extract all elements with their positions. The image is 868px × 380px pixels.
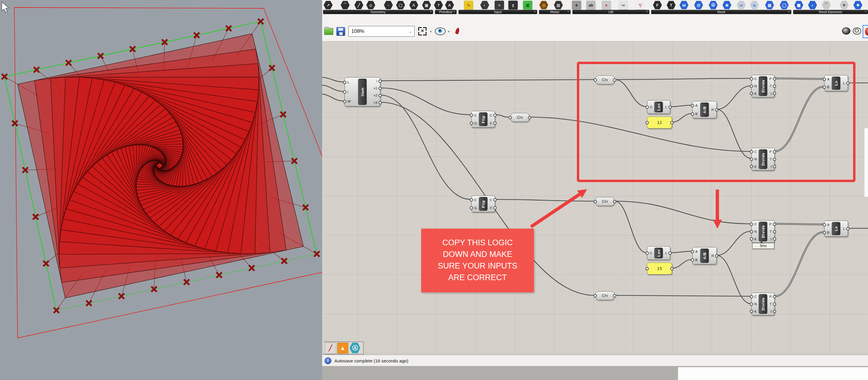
background-window-patch [678,367,868,380]
division-point-marker [282,259,286,263]
graph-mapper-icon[interactable]: ∿ [464,1,473,9]
preview-toggle-button[interactable] [434,25,446,37]
open-file-button[interactable] [323,25,335,37]
preview-custom-button[interactable] [863,25,868,38]
status-message: Autosave complete (16 seconds ago) [334,358,408,363]
canvas-corner-toolbar: ╱▲Ⓐ [323,342,364,354]
chevron-down-icon[interactable]: ▼ [430,10,432,14]
info-icon: ! [324,357,331,364]
record-icon[interactable]: ● [601,1,611,9]
tab-label[interactable]: Util [572,10,649,14]
tab-label[interactable]: Rhino [539,10,570,14]
background-window-edge [864,128,868,197]
shaded-sphere-icon [842,27,850,35]
grasshopper-window: Geometry▼↗⌒╱◇○▢A▣Primitive▼7AInput▼∿◐≡▮▦… [322,0,868,380]
zoom-value: 108% [349,28,407,34]
screen: Geometry▼↗⌒╱◇○▢A▣Primitive▼7AInput▼∿◐≡▮▦… [0,0,868,380]
canvas-toolbar: 108% ⌄ ✕ ▾ ▾ ✐ [322,14,868,41]
annotation-layer [322,41,868,355]
chevron-down-icon[interactable]: ▼ [646,10,648,14]
tree-icon[interactable]: ♣ [572,1,581,9]
tab-label[interactable]: Revit Elements [793,10,868,14]
sketch-button[interactable]: ✐ [452,25,464,37]
tab-label[interactable]: Revit [651,10,791,14]
red-pen-icon: ✐ [453,26,463,37]
division-point-marker [217,273,221,277]
highlight-box [578,63,854,181]
red-material-icon [865,28,868,35]
zoom-extents-caret-icon[interactable]: ▾ [430,30,432,33]
tab-label[interactable]: Geometry [323,10,433,14]
flask-icon[interactable]: ▽ [636,1,645,9]
script-abc-icon[interactable]: ab [586,1,596,9]
gradient-icon[interactable]: ▦ [523,1,532,9]
zoom-dropdown[interactable]: 108% ⌄ [348,26,414,37]
chevron-down-icon[interactable]: ▼ [864,10,867,14]
value-list-icon[interactable]: ≡ [495,1,504,9]
author-hex-icon[interactable]: Ⓐ [349,342,361,354]
sketch-tool-icon[interactable]: ╱ [325,342,336,354]
division-point-marker [119,294,123,298]
annotation-note: COPY THIS LOGICDOWN AND MAKESURE YOUR IN… [421,229,534,292]
tab-label[interactable]: Input [459,10,537,14]
preview-wireframe-button[interactable] [852,27,862,35]
eye-icon [435,27,446,35]
chevron-down-icon[interactable]: ▼ [453,10,456,14]
grasshopper-canvas[interactable]: ItemLiWi+1+2+3FlipCGCFCrvCrvLenCL12A/BAB… [322,41,868,355]
twisted-rectangles [18,34,303,298]
note-line: ARE CORRECT [421,272,534,283]
note-line: SURE YOUR INPUTS [421,260,534,272]
chevron-down-icon[interactable]: ▼ [534,10,536,14]
save-floppy-icon [337,27,345,36]
chevron-down-icon[interactable]: ▼ [788,10,790,14]
rhino-viewport[interactable] [0,0,322,380]
viewport-drawing [0,0,322,380]
mouse-cursor [2,2,9,12]
save-file-button[interactable] [335,25,347,37]
annotation-arrow [531,194,580,227]
chevron-down-icon: ⌄ [407,29,414,34]
component-tab-toolbar: Geometry▼↗⌒╱◇○▢A▣Primitive▼7AInput▼∿◐≡▮▦… [322,0,868,14]
note-line: DOWN AND MAKE [421,248,534,260]
wireframe-cylinder-icon [853,27,861,35]
jump-arrow-icon[interactable]: ⇨ [619,1,628,9]
preview-shaded-button[interactable] [842,27,851,35]
bookmark-icon[interactable]: ▲ [337,342,348,354]
chevron-down-icon[interactable]: ▼ [567,10,569,14]
preview-caret-icon[interactable]: ▾ [448,30,450,33]
zoom-extents-icon: ✕ [418,27,427,35]
open-folder-icon [324,28,333,35]
status-bar: ! Autosave complete (16 seconds ago) [322,355,868,366]
panel-icon[interactable]: ▮ [508,1,518,9]
zoom-extents-button[interactable]: ✕ [416,25,428,37]
note-line: COPY THIS LOGIC [421,237,534,248]
